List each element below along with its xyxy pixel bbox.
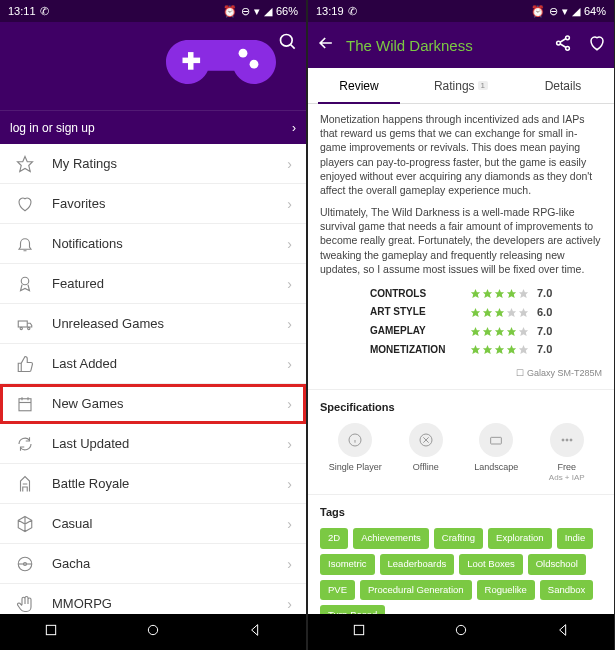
- menu-label: Casual: [52, 516, 92, 531]
- dnd-icon: ⊖: [549, 5, 558, 18]
- tag-loot-boxes[interactable]: Loot Boxes: [459, 554, 523, 575]
- chevron-right-icon: ›: [287, 236, 292, 252]
- menu-item-casual[interactable]: Casual›: [0, 504, 306, 544]
- tag-indie[interactable]: Indie: [557, 528, 594, 549]
- svg-marker-40: [519, 326, 528, 335]
- tag-exploration[interactable]: Exploration: [488, 528, 552, 549]
- svg-marker-37: [483, 326, 492, 335]
- status-time: 13:11: [8, 5, 36, 17]
- chevron-right-icon: ›: [287, 476, 292, 492]
- menu-label: Unreleased Games: [52, 316, 164, 331]
- dots-icon: [550, 423, 584, 457]
- tag-isometric[interactable]: Isometric: [320, 554, 375, 575]
- alarm-icon: ⏰: [223, 5, 237, 18]
- menu-item-last-updated[interactable]: Last Updated›: [0, 424, 306, 464]
- nav-recent-icon[interactable]: [43, 622, 59, 642]
- tab-label: Details: [545, 79, 582, 93]
- chevron-right-icon: ›: [292, 121, 296, 135]
- tag-crafting[interactable]: Crafting: [434, 528, 483, 549]
- menu-label: My Ratings: [52, 156, 117, 171]
- spec-offline[interactable]: Offline: [391, 423, 462, 484]
- tag-sandbox[interactable]: Sandbox: [540, 580, 594, 601]
- rect-icon: [479, 423, 513, 457]
- tag-2d[interactable]: 2D: [320, 528, 348, 549]
- svg-rect-21: [46, 625, 55, 634]
- svg-marker-26: [471, 289, 480, 298]
- star-rating: [470, 344, 529, 355]
- whatsapp-icon: ✆: [40, 5, 49, 18]
- svg-point-54: [566, 439, 568, 441]
- tag-pve[interactable]: PVE: [320, 580, 355, 601]
- svg-marker-29: [507, 289, 516, 298]
- svg-rect-3: [188, 52, 194, 70]
- tags-row: 2DAchievementsCraftingExplorationIndieIs…: [320, 528, 602, 614]
- tag-roguelike[interactable]: Roguelike: [477, 580, 535, 601]
- phone-right: 13:19 ✆ ⏰ ⊖ ▾ ◢ 64% The Wild Darkness Re…: [308, 0, 614, 650]
- info-icon: [338, 423, 372, 457]
- search-icon[interactable]: [278, 32, 298, 56]
- android-navbar: [308, 614, 614, 650]
- tag-leaderboards[interactable]: Leaderboards: [380, 554, 455, 575]
- favorite-icon[interactable]: [588, 34, 606, 56]
- status-bar: 13:19 ✆ ⏰ ⊖ ▾ ◢ 64%: [308, 0, 614, 22]
- chevron-right-icon: ›: [287, 156, 292, 172]
- share-icon[interactable]: [554, 34, 572, 56]
- star-rating: [470, 288, 529, 299]
- tags-heading: Tags: [320, 505, 602, 520]
- score-value: 6.0: [537, 305, 552, 320]
- review-content: Monetization happens through incentivize…: [308, 104, 614, 614]
- nav-recent-icon[interactable]: [351, 622, 367, 642]
- spec-single-player[interactable]: Single Player: [320, 423, 391, 484]
- menu-item-new-games[interactable]: New Games›: [0, 384, 306, 424]
- menu-item-gacha[interactable]: Gacha›: [0, 544, 306, 584]
- nav-home-icon[interactable]: [145, 622, 161, 642]
- menu-label: Last Updated: [52, 436, 129, 451]
- nav-home-icon[interactable]: [453, 622, 469, 642]
- menu-label: MMORPG: [52, 596, 112, 611]
- back-icon[interactable]: [316, 33, 336, 57]
- nav-back-icon[interactable]: [247, 622, 263, 642]
- menu-item-mmorpg[interactable]: MMORPG›: [0, 584, 306, 614]
- android-navbar: [0, 614, 306, 650]
- tag-procedural-generation[interactable]: Procedural Generation: [360, 580, 472, 601]
- tab-details[interactable]: Details: [512, 68, 614, 103]
- svg-marker-41: [471, 345, 480, 354]
- menu-item-my-ratings[interactable]: My Ratings›: [0, 144, 306, 184]
- tab-label: Ratings: [434, 79, 475, 93]
- menu-item-unreleased-games[interactable]: Unreleased Games›: [0, 304, 306, 344]
- tag-turn-based[interactable]: Turn-Based: [320, 605, 385, 614]
- controller-icon: [166, 27, 276, 97]
- score-block: CONTROLS7.0ART STYLE6.0GAMEPLAY7.0MONETI…: [320, 286, 602, 357]
- menu-label: Battle Royale: [52, 476, 129, 491]
- chevron-right-icon: ›: [287, 516, 292, 532]
- svg-rect-56: [354, 625, 363, 634]
- thumb-icon: [14, 353, 36, 375]
- nav-back-icon[interactable]: [555, 622, 571, 642]
- review-para: Monetization happens through incentivize…: [320, 112, 602, 197]
- menu-item-notifications[interactable]: Notifications›: [0, 224, 306, 264]
- menu-item-last-added[interactable]: Last Added›: [0, 344, 306, 384]
- tab-ratings[interactable]: Ratings1: [410, 68, 512, 103]
- tab-review[interactable]: Review: [308, 68, 410, 103]
- score-label: GAMEPLAY: [370, 324, 470, 338]
- status-time: 13:19: [316, 5, 344, 17]
- login-row[interactable]: log in or sign up ›: [0, 110, 306, 144]
- spec-free[interactable]: FreeAds + IAP: [532, 423, 603, 484]
- device-label: ☐ Galaxy SM-T285M: [320, 367, 602, 379]
- tag-oldschool[interactable]: Oldschool: [528, 554, 586, 575]
- chevron-right-icon: ›: [287, 196, 292, 212]
- tag-achievements[interactable]: Achievements: [353, 528, 429, 549]
- svg-marker-35: [519, 308, 528, 317]
- menu-item-featured[interactable]: Featured›: [0, 264, 306, 304]
- menu-item-battle-royale[interactable]: Battle Royale›: [0, 464, 306, 504]
- menu-item-favorites[interactable]: Favorites›: [0, 184, 306, 224]
- chevron-right-icon: ›: [287, 596, 292, 612]
- calendar-icon: [14, 393, 36, 415]
- ball-icon: [14, 553, 36, 575]
- svg-point-0: [239, 49, 248, 58]
- battery-text: 66%: [276, 5, 298, 17]
- spec-landscape[interactable]: Landscape: [461, 423, 532, 484]
- chevron-right-icon: ›: [287, 276, 292, 292]
- x-icon: [409, 423, 443, 457]
- score-label: ART STYLE: [370, 305, 470, 319]
